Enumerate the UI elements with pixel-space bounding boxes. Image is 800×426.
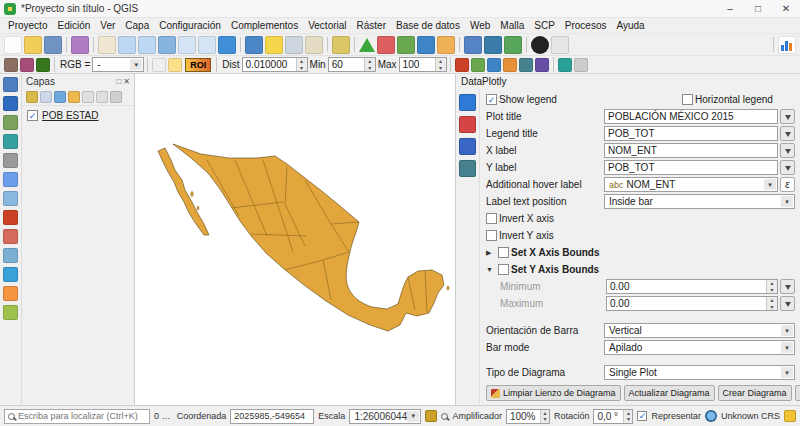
- menu-complementos[interactable]: Complementos: [226, 20, 303, 31]
- plot-title-input[interactable]: POBLACIÓN MÉXICO 2015: [604, 109, 778, 124]
- bar-orientation-combo[interactable]: Vertical ▾: [604, 323, 795, 338]
- scp-stretch-icon[interactable]: [519, 58, 533, 72]
- roi-pointer-icon[interactable]: [152, 58, 166, 72]
- max-spinbox[interactable]: 100 ▴▾: [399, 57, 447, 72]
- panel-close-icon[interactable]: ✕: [123, 77, 130, 86]
- render-checkbox[interactable]: ✓: [637, 411, 647, 421]
- y-label-input[interactable]: POB_TOT: [604, 160, 778, 175]
- spin-down-icon[interactable]: ▾: [767, 304, 777, 311]
- roi-polygon-icon[interactable]: [168, 58, 182, 72]
- bar-mode-combo[interactable]: Apilado ▾: [604, 340, 795, 355]
- add-virtual-layer-icon[interactable]: [3, 248, 18, 263]
- zoom-last-icon[interactable]: [178, 36, 196, 54]
- spin-down-icon[interactable]: ▾: [436, 65, 446, 72]
- show-legend-checkbox[interactable]: ✓: [486, 94, 497, 105]
- style-manager-icon[interactable]: [71, 36, 89, 54]
- min-spinbox[interactable]: 60 ▴▾: [328, 57, 376, 72]
- data-defined-override-icon[interactable]: [780, 109, 795, 124]
- minimize-button[interactable]: –: [716, 0, 744, 18]
- invert-y-checkbox[interactable]: [486, 230, 497, 241]
- add-mesh-layer-icon[interactable]: [3, 134, 18, 149]
- add-delimited-text-icon[interactable]: [3, 153, 18, 168]
- zoom-in-icon[interactable]: [118, 36, 136, 54]
- scp-rgb-composite-icon[interactable]: [558, 58, 572, 72]
- menu-scp[interactable]: SCP: [529, 20, 560, 31]
- menu-vectorial[interactable]: Vectorial: [303, 20, 351, 31]
- menu-web[interactable]: Web: [465, 20, 495, 31]
- scale-combo[interactable]: 1:26006044 ▾: [349, 409, 421, 424]
- zoom-full-icon[interactable]: [158, 36, 176, 54]
- python-console-icon[interactable]: [484, 36, 502, 54]
- menu-procesos[interactable]: Procesos: [560, 20, 612, 31]
- rgb-combo[interactable]: - ▾: [92, 57, 144, 72]
- scale-lock-icon[interactable]: [425, 410, 437, 422]
- scp-preview-icon[interactable]: [397, 36, 415, 54]
- spin-down-icon[interactable]: ▾: [541, 416, 549, 423]
- layer-visibility-checkbox[interactable]: ✓: [27, 110, 38, 121]
- set-y-bounds-checkbox[interactable]: [498, 264, 509, 275]
- add-wfs-layer-icon[interactable]: [3, 286, 18, 301]
- scp-bandset-icon[interactable]: [4, 58, 18, 72]
- collapse-arrow-icon[interactable]: ▶: [486, 249, 496, 257]
- manage-map-themes-icon[interactable]: [54, 91, 66, 103]
- remove-layer-icon[interactable]: [110, 91, 122, 103]
- horizontal-legend-checkbox[interactable]: [682, 94, 693, 105]
- scp-classification-icon[interactable]: [359, 38, 375, 52]
- select-features-icon[interactable]: [265, 36, 283, 54]
- scp-algorithm-icon[interactable]: [417, 36, 435, 54]
- scp-zoom-icon[interactable]: [503, 58, 517, 72]
- dataplotly-toolbar-icon[interactable]: [778, 36, 796, 54]
- scp-cumulative-icon[interactable]: [535, 58, 549, 72]
- osm-place-search-icon[interactable]: [551, 36, 569, 54]
- menu-configuracion[interactable]: Configuración: [154, 20, 226, 31]
- new-shapefile-layer-icon[interactable]: [3, 305, 18, 320]
- scp-download-icon[interactable]: [36, 58, 50, 72]
- menu-ayuda[interactable]: Ayuda: [611, 20, 649, 31]
- invert-x-checkbox[interactable]: [486, 213, 497, 224]
- add-raster-layer-icon[interactable]: [3, 115, 18, 130]
- locator-search-box[interactable]: [4, 409, 150, 424]
- panel-dock-icon[interactable]: □: [116, 77, 121, 86]
- layer-tree-item[interactable]: ✓ POB ESTAD: [22, 106, 134, 125]
- add-group-icon[interactable]: [40, 91, 52, 103]
- expression-builder-icon[interactable]: ε: [780, 177, 795, 192]
- x-label-input[interactable]: NOM_ENT: [604, 143, 778, 158]
- crs-label[interactable]: Unknown CRS: [721, 411, 780, 421]
- text-position-combo[interactable]: Inside bar ▾: [604, 194, 795, 209]
- plot-properties-tab-icon[interactable]: [459, 116, 476, 133]
- data-defined-override-icon[interactable]: [780, 279, 795, 294]
- maximize-button[interactable]: □: [744, 0, 772, 18]
- refresh-map-icon[interactable]: [218, 36, 236, 54]
- scp-working-toolbar-icon[interactable]: [20, 58, 34, 72]
- data-defined-override-icon[interactable]: [780, 296, 795, 311]
- attribute-table-icon[interactable]: [285, 36, 303, 54]
- zoom-out-icon[interactable]: [138, 36, 156, 54]
- menu-capa[interactable]: Capa: [120, 20, 154, 31]
- data-defined-override-icon[interactable]: [780, 126, 795, 141]
- scp-band-icon[interactable]: [437, 36, 455, 54]
- menu-proyecto[interactable]: Proyecto: [3, 20, 52, 31]
- field-calculator-icon[interactable]: [305, 36, 323, 54]
- measure-icon[interactable]: [332, 36, 350, 54]
- add-postgis-layer-icon[interactable]: [3, 172, 18, 187]
- georeferencer-icon[interactable]: [531, 36, 549, 54]
- zoom-next-icon[interactable]: [198, 36, 216, 54]
- spin-down-icon[interactable]: ▾: [365, 65, 375, 72]
- roi-badge[interactable]: ROI: [185, 58, 211, 72]
- menu-raster[interactable]: Ráster: [352, 20, 391, 31]
- spin-down-icon[interactable]: ▾: [624, 416, 632, 423]
- scp-spectral-icon[interactable]: [377, 36, 395, 54]
- messages-log-icon[interactable]: [784, 410, 796, 422]
- collapse-all-icon[interactable]: [96, 91, 108, 103]
- locator-search-input[interactable]: [18, 411, 146, 421]
- configuration-button[interactable]: Configuration ▾: [795, 385, 800, 401]
- layer-styling-icon[interactable]: [26, 91, 38, 103]
- scp-undo-icon[interactable]: [455, 58, 469, 72]
- close-button[interactable]: ✕: [772, 0, 800, 18]
- rotation-spinbox[interactable]: 0,0 ° ▴▾: [593, 409, 633, 424]
- processing-toolbox-icon[interactable]: [464, 36, 482, 54]
- dist-spinbox[interactable]: 0.010000 ▴▾: [242, 57, 308, 72]
- clean-plot-canvas-button[interactable]: Limpiar Lienzo de Diagrama: [486, 385, 621, 401]
- open-project-icon[interactable]: [24, 36, 42, 54]
- layer-name[interactable]: POB ESTAD: [42, 110, 99, 121]
